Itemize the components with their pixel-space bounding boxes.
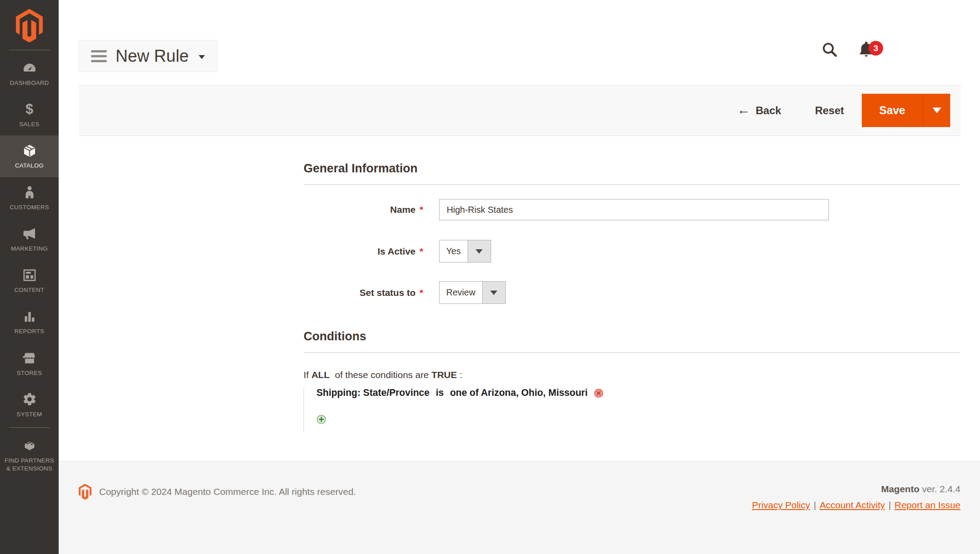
aggregator-value[interactable]: ALL [312,370,330,380]
catalog-box-icon [22,143,37,159]
dashboard-gauge-icon [22,60,37,76]
aggregator-truth-value[interactable]: TRUE [432,370,457,380]
sales-dollar-icon: $ [25,101,33,117]
magento-logo[interactable] [0,0,59,48]
main-area: New Rule 3 ← Back Reset Save [59,0,980,554]
sidebar-item-label: CONTENT [14,286,44,294]
chevron-down-icon [490,291,497,295]
action-bar: ← Back Reset Save [79,85,961,136]
reports-chart-icon [22,308,37,324]
section-title-general: General Information [304,136,960,185]
select-caret-box [482,282,505,303]
version-text: ver. 2.4.4 [922,484,960,494]
hamburger-icon [91,50,107,62]
sidebar-item-catalog[interactable]: CATALOG [0,136,59,177]
sidebar-item-label: SALES [19,120,39,128]
sidebar-divider [9,427,50,428]
sidebar-nav: DASHBOARD $ SALES CATALOG CUSTOMERS MARK… [0,53,59,480]
name-field-row: Name * [304,199,960,220]
back-button[interactable]: ← Back [734,104,784,118]
chevron-down-icon [199,55,205,59]
marketing-megaphone-icon [22,226,37,242]
footer-links: Privacy Policy|Account Activity|Report a… [752,500,960,510]
footer-left: Copyright © 2024 Magento Commerce Inc. A… [79,484,356,500]
save-button[interactable]: Save [862,94,923,127]
save-options-button[interactable] [923,94,950,127]
page-title: New Rule [116,48,189,64]
general-information-section: General Information Name * Is Active * Y… [304,136,960,304]
sidebar-item-label: FIND PARTNERS & EXTENSIONS [2,457,57,473]
magento-logo-small-icon [79,484,92,500]
set-status-select[interactable]: Review [439,281,506,304]
content-layout-icon [22,267,37,283]
conditions-aggregator-line: IfALLof these conditions areTRUE: [304,370,960,380]
page-content: General Information Name * Is Active * Y… [59,136,980,431]
footer: Copyright © 2024 Magento Commerce Inc. A… [59,461,980,554]
name-label: Name [304,204,416,215]
if-suffix: : [460,370,462,380]
sidebar-item-label: MARKETING [11,245,48,253]
notification-count-badge: 3 [868,41,883,56]
is-active-select[interactable]: Yes [439,240,491,263]
reset-button-label: Reset [815,104,844,117]
name-input[interactable] [439,199,829,220]
stores-storefront-icon [22,350,37,366]
sidebar: DASHBOARD $ SALES CATALOG CUSTOMERS MARK… [0,0,59,554]
condition-subject[interactable]: Shipping: State/Province [316,387,429,399]
sidebar-item-reports[interactable]: REPORTS [0,301,59,343]
condition-row: Shipping: State/Province is one of Arizo… [316,387,960,399]
remove-circle-icon [594,388,604,398]
privacy-policy-link[interactable]: Privacy Policy [752,500,810,510]
chevron-down-icon [476,249,483,254]
report-issue-link[interactable]: Report an Issue [895,500,960,510]
sidebar-item-stores[interactable]: STORES [0,343,59,384]
condition-operator[interactable]: is [436,387,444,399]
save-split-button: Save [862,94,950,127]
back-arrow-icon: ← [737,103,750,116]
set-status-selected-value: Review [440,282,482,303]
brand-name: Magento [881,484,919,494]
select-caret-box [468,240,491,262]
set-status-field-row: Set status to * Review [304,281,960,304]
sidebar-item-label: REPORTS [14,327,44,335]
sidebar-item-customers[interactable]: CUSTOMERS [0,177,59,219]
sidebar-item-marketing[interactable]: MARKETING [0,219,59,260]
search-icon [821,41,839,59]
add-circle-icon [316,415,326,424]
sidebar-item-label: DASHBOARD [10,79,49,87]
sidebar-item-dashboard[interactable]: DASHBOARD [0,53,59,94]
account-activity-link[interactable]: Account Activity [820,500,885,510]
sidebar-item-find-partners-extensions[interactable]: FIND PARTNERS & EXTENSIONS [0,430,59,480]
remove-condition-button[interactable] [594,388,604,398]
sidebar-item-system[interactable]: SYSTEM [0,384,59,426]
customers-person-icon [22,184,37,200]
conditions-tree: Shipping: State/Province is one of Arizo… [304,387,960,431]
sidebar-item-label: CATALOG [15,162,44,170]
if-prefix: If [304,370,309,380]
back-button-label: Back [756,104,781,117]
system-gear-icon [22,391,37,407]
sidebar-item-sales[interactable]: $ SALES [0,94,59,136]
section-title-conditions: Conditions [304,304,960,353]
sidebar-item-content[interactable]: CONTENT [0,260,59,301]
copyright-text: Copyright © 2024 Magento Commerce Inc. A… [99,486,356,497]
version-line: Magento ver. 2.4.4 [752,484,960,494]
is-active-label: Is Active [304,246,416,257]
footer-right: Magento ver. 2.4.4 Privacy Policy|Accoun… [752,484,960,510]
sidebar-item-label: STORES [16,369,42,377]
is-active-selected-value: Yes [440,240,468,262]
magento-logo-icon [16,9,43,43]
search-button[interactable] [821,41,839,59]
required-marker: * [416,204,439,215]
add-condition-row [316,415,960,426]
sidebar-divider [9,50,50,50]
add-condition-button[interactable] [316,415,326,424]
required-marker: * [416,246,439,257]
sidebar-item-label: SYSTEM [16,411,42,418]
chevron-down-icon [932,108,941,113]
notifications-button[interactable]: 3 [857,40,884,61]
condition-value[interactable]: one of Arizona, Ohio, Missouri [450,387,588,399]
is-active-field-row: Is Active * Yes [304,240,960,263]
reset-button[interactable]: Reset [812,104,847,117]
page-title-menu[interactable]: New Rule [79,40,217,72]
